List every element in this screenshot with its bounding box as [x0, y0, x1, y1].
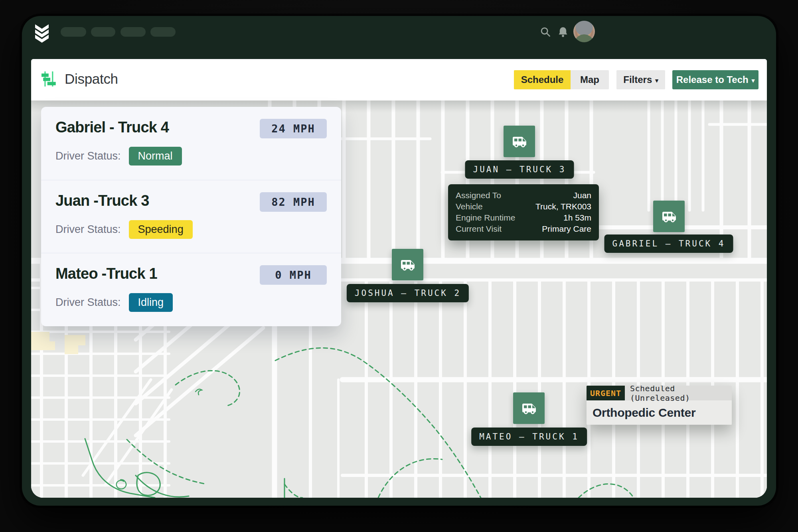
tooltip-label: Engine Runtime — [456, 213, 515, 223]
tooltip-value: 1h 53m — [563, 213, 591, 223]
vehicle-tooltip: Assigned ToJuan VehicleTruck, TRK003 Eng… — [448, 184, 599, 240]
marker-label-juan: JUAN – TRUCK 3 — [465, 160, 574, 179]
van-icon — [398, 255, 417, 274]
truck-marker-joshua[interactable] — [392, 249, 423, 280]
tooltip-label: Assigned To — [456, 191, 501, 200]
driver-status-label: Driver Status: — [55, 296, 121, 309]
topnav-item-4[interactable] — [150, 27, 176, 37]
driver-status-label: Driver Status: — [55, 150, 121, 162]
driver-status-panel: Gabriel - Truck 4 24 MPH Driver Status: … — [41, 107, 341, 326]
driver-card-gabriel[interactable]: Gabriel - Truck 4 24 MPH Driver Status: … — [41, 107, 341, 180]
map-tab-button[interactable]: Map — [571, 70, 609, 89]
release-label: Release to Tech — [676, 74, 749, 85]
van-icon — [660, 207, 679, 226]
topnav-item-2[interactable] — [91, 27, 115, 37]
chevron-down-icon: ▾ — [655, 77, 658, 84]
topnav-item-1[interactable] — [61, 27, 86, 37]
driver-card-mateo[interactable]: Mateo -Truck 1 0 MPH Driver Status: Idli… — [41, 253, 341, 326]
tooltip-label: Vehicle — [456, 202, 483, 211]
app-window: Dispatch Schedule Map Filters▾ Release t… — [22, 16, 776, 506]
driver-card-juan[interactable]: Juan -Truck 3 82 MPH Driver Status: Spee… — [41, 180, 341, 253]
driver-status-badge: Idling — [129, 293, 173, 312]
van-icon — [519, 399, 539, 418]
driver-status-badge: Normal — [129, 147, 182, 166]
speed-badge: 24 MPH — [260, 119, 327, 138]
marker-label-joshua: JOSHUA – TRUCK 2 — [347, 284, 469, 302]
app-logo-chevrons-icon — [35, 24, 49, 43]
truck-marker-mateo[interactable] — [513, 392, 545, 424]
filters-dropdown-button[interactable]: Filters▾ — [616, 70, 665, 89]
tooltip-value: Primary Care — [542, 224, 591, 234]
urgent-badge: URGENT — [587, 386, 625, 400]
main-content: Dispatch Schedule Map Filters▾ Release t… — [31, 59, 767, 498]
truck-marker-juan[interactable] — [504, 126, 535, 157]
page-header: Dispatch Schedule Map Filters▾ Release t… — [31, 59, 767, 100]
marker-label-mateo: MATEO – TRUCK 1 — [471, 428, 587, 446]
driver-status-badge: Speeding — [129, 220, 193, 239]
topbar — [22, 16, 776, 59]
driver-name: Gabriel - Truck 4 — [55, 119, 169, 136]
driver-name: Mateo -Truck 1 — [55, 265, 157, 282]
search-icon[interactable] — [540, 26, 551, 37]
marker-label-gabriel: GABRIEL – TRUCK 4 — [604, 234, 733, 253]
dispatch-gantt-icon — [41, 71, 58, 87]
truck-marker-gabriel[interactable] — [653, 201, 685, 232]
tooltip-value: Juan — [573, 191, 591, 200]
schedule-tab-button[interactable]: Schedule — [514, 70, 571, 89]
topnav-item-3[interactable] — [120, 27, 146, 37]
van-icon — [510, 132, 529, 151]
user-avatar[interactable] — [573, 21, 595, 42]
visit-status-text: Scheduled (Unreleased) — [625, 386, 732, 400]
filters-label: Filters — [623, 74, 652, 85]
driver-status-label: Driver Status: — [55, 223, 121, 236]
tooltip-value: Truck, TRK003 — [535, 202, 591, 211]
chevron-down-icon: ▾ — [752, 77, 755, 84]
release-to-tech-button[interactable]: Release to Tech▾ — [672, 70, 758, 89]
page-title: Dispatch — [65, 71, 118, 87]
driver-name: Juan -Truck 3 — [55, 192, 149, 209]
speed-badge: 82 MPH — [260, 192, 327, 212]
visit-location-title: Orthopedic Center — [587, 400, 732, 425]
speed-badge: 0 MPH — [260, 265, 327, 285]
urgent-visit-card[interactable]: URGENT Scheduled (Unreleased) Orthopedic… — [587, 386, 732, 425]
bell-icon[interactable] — [557, 26, 569, 37]
tooltip-label: Current Visit — [456, 224, 502, 234]
